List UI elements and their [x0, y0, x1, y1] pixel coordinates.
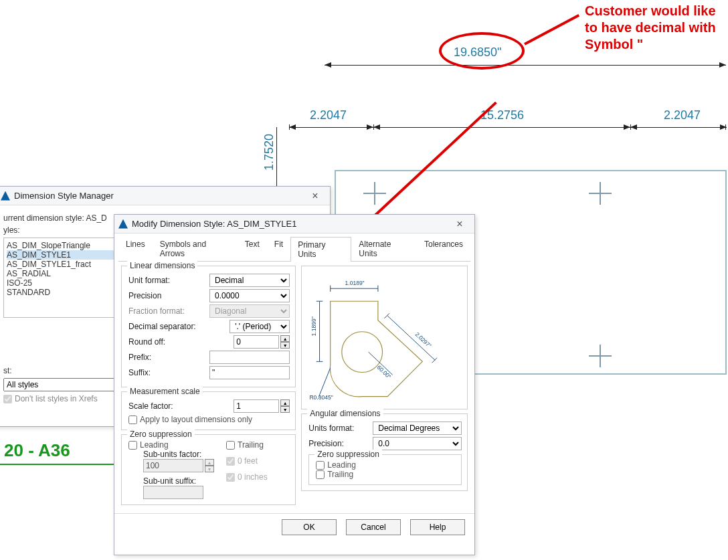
tab-text[interactable]: Text — [238, 236, 267, 261]
tab-symbols-arrows[interactable]: Symbols and Arrows — [153, 236, 238, 261]
tab-fit[interactable]: Fit — [267, 236, 290, 261]
modify-dimension-style-dialog: Modify Dimension Style: AS_DIM_STYLE1 × … — [114, 214, 475, 555]
decimal-separator-select[interactable]: '.' (Period) — [230, 320, 290, 333]
arrow-right-icon — [719, 62, 726, 68]
arrow-left-icon — [325, 62, 331, 68]
spin-down-icon[interactable]: ▼ — [280, 342, 290, 349]
annotation-line — [524, 14, 579, 45]
zero-suppression-group: Zero suppression Leading Sub-units facto… — [121, 434, 296, 505]
trailing-row[interactable]: Trailing — [226, 440, 268, 450]
inches-row: 0 inches — [226, 472, 268, 482]
angular-dimensions-group: Angular dimensions Units format: Decimal… — [301, 413, 468, 491]
close-icon[interactable]: × — [449, 218, 470, 230]
dim-line — [325, 65, 726, 66]
unit-format-select[interactable]: Decimal — [209, 274, 290, 287]
leading-checkbox[interactable] — [128, 441, 137, 450]
trailing-checkbox[interactable] — [226, 441, 235, 450]
xref-label: Don't list styles in Xrefs — [15, 394, 98, 403]
roundoff-input[interactable] — [234, 335, 279, 349]
angular-trailing-row[interactable]: Trailing — [316, 470, 456, 479]
decimal-separator-label: Decimal separator: — [128, 322, 205, 331]
layout-only-label: Apply to layout dimensions only — [140, 415, 252, 424]
dim-left: 2.2047 — [310, 108, 347, 122]
dim-line — [289, 127, 727, 128]
arrow-left-icon — [289, 124, 296, 130]
cross-mark-icon — [363, 182, 386, 205]
leading-label: Leading — [140, 440, 169, 450]
inches-checkbox — [226, 473, 235, 482]
arrow-left-icon — [630, 124, 637, 130]
suffix-input[interactable] — [209, 366, 290, 379]
layout-only-checkbox[interactable] — [128, 415, 137, 424]
help-button[interactable]: Help — [410, 519, 465, 535]
group-label: Zero suppression — [314, 450, 382, 459]
precision-select[interactable]: 0.0000 — [209, 289, 290, 302]
measurement-scale-group: Measurement scale Scale factor: ▲▼ Apply… — [121, 391, 296, 430]
fraction-format-select: Diagonal — [209, 304, 290, 318]
xref-checkbox[interactable] — [3, 395, 12, 403]
group-label: Linear dimensions — [127, 261, 197, 270]
angular-format-select[interactable]: Decimal Degrees — [373, 422, 462, 435]
group-label: Angular dimensions — [307, 409, 383, 418]
profile-label: 20 - A36 — [0, 438, 114, 465]
scale-factor-label: Scale factor: — [128, 401, 205, 411]
autodesk-icon — [1, 191, 10, 201]
angular-format-label: Units format: — [308, 424, 369, 433]
unit-format-label: Unit format: — [128, 276, 205, 285]
tab-bar: Lines Symbols and Arrows Text Fit Primar… — [118, 236, 470, 262]
dsm-title: Dimension Style Manager — [14, 191, 304, 201]
prefix-input[interactable] — [209, 351, 290, 364]
angular-zero-group: Zero suppression Leading Trailing — [308, 454, 462, 485]
ok-button[interactable]: OK — [282, 519, 337, 535]
fraction-format-label: Fraction format: — [128, 306, 205, 316]
svg-text:2.0297": 2.0297" — [414, 331, 433, 349]
spin-down-icon[interactable]: ▼ — [280, 406, 290, 413]
cross-mark-icon — [589, 182, 612, 205]
scale-factor-input[interactable] — [234, 399, 279, 413]
arrow-right-icon — [624, 124, 630, 130]
leading-row[interactable]: Leading — [128, 440, 214, 450]
feet-checkbox — [226, 457, 235, 466]
group-label: Zero suppression — [127, 430, 195, 439]
angular-leading-label: Leading — [327, 460, 356, 470]
subfactor-label: Sub-units factor: — [143, 450, 201, 459]
autodesk-icon — [118, 219, 128, 229]
tab-lines[interactable]: Lines — [118, 236, 153, 261]
feet-row: 0 feet — [226, 456, 268, 466]
angular-leading-checkbox[interactable] — [316, 461, 325, 470]
spin-up-icon: ▲ — [205, 459, 214, 466]
layout-only-row[interactable]: Apply to layout dimensions only — [128, 415, 290, 424]
svg-text:1.1899": 1.1899" — [310, 316, 317, 336]
dim-right: 2.2047 — [664, 108, 701, 122]
arrow-left-icon — [373, 124, 380, 130]
mdlg-title: Modify Dimension Style: AS_DIM_STYLE1 — [132, 219, 449, 229]
spin-down-icon: ▼ — [205, 466, 214, 472]
dialog-button-bar: OK Cancel Help — [114, 513, 474, 541]
tab-alternate-units[interactable]: Alternate Units — [351, 236, 417, 261]
dimension-preview: 1.0189" 1.1899" 2.0297" 60.00° R0.8045" — [301, 266, 468, 409]
trailing-label: Trailing — [238, 440, 264, 450]
close-icon[interactable]: × — [304, 190, 326, 202]
precision-label: Precision — [128, 291, 205, 300]
spin-up-icon[interactable]: ▲ — [280, 399, 290, 406]
angular-precision-select[interactable]: 0.0 — [373, 437, 462, 450]
svg-text:1.0189": 1.0189" — [345, 280, 365, 286]
arrow-right-icon — [720, 124, 727, 130]
angular-precision-label: Precision: — [308, 439, 369, 448]
mdlg-titlebar[interactable]: Modify Dimension Style: AS_DIM_STYLE1 × — [114, 215, 474, 234]
annotation-ellipse — [439, 32, 525, 70]
dim-vert: 1.7520 — [262, 134, 276, 171]
angular-trailing-checkbox[interactable] — [316, 470, 325, 479]
spin-up-icon[interactable]: ▲ — [280, 335, 290, 342]
angular-leading-row[interactable]: Leading — [316, 460, 456, 470]
tab-tolerances[interactable]: Tolerances — [417, 236, 470, 261]
linear-dimensions-group: Linear dimensions Unit format: Decimal P… — [121, 266, 296, 387]
subfactor-input — [143, 459, 203, 472]
angular-trailing-label: Trailing — [327, 470, 353, 479]
cancel-button[interactable]: Cancel — [346, 519, 401, 535]
dim-line — [276, 127, 277, 194]
prefix-label: Prefix: — [128, 353, 205, 362]
feet-label: 0 feet — [238, 456, 258, 466]
tab-primary-units[interactable]: Primary Units — [290, 237, 351, 262]
dsm-titlebar[interactable]: Dimension Style Manager × — [0, 187, 330, 205]
